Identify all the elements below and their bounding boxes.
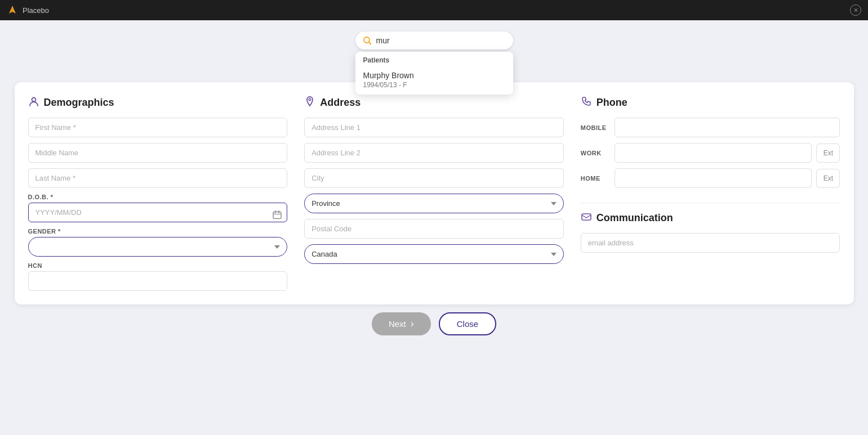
next-icon: › <box>411 318 414 330</box>
work-row: WORK Ext <box>581 143 840 163</box>
communication-section: Communication <box>581 211 840 253</box>
next-label: Next <box>389 319 406 329</box>
svg-point-3 <box>32 98 35 102</box>
search-icon <box>363 37 372 45</box>
communication-title: Communication <box>597 212 673 224</box>
search-input[interactable] <box>376 36 505 45</box>
address-line1-input[interactable] <box>304 118 564 137</box>
hcn-label: HCN <box>28 262 288 269</box>
address-column: Address Province AB BC ON QC Canada USA <box>304 96 564 291</box>
city-input[interactable] <box>304 168 564 188</box>
right-column: Phone MOBILE WORK Ext HOME Ext <box>581 96 840 291</box>
demographics-title: Demographics <box>44 97 114 109</box>
address-line2-input[interactable] <box>304 143 564 163</box>
home-ext-button[interactable]: Ext <box>816 169 840 188</box>
home-label: HOME <box>581 175 610 182</box>
search-dropdown: Patients Murphy Brown 1994/05/13 - F <box>355 52 513 95</box>
gender-label: GENDER * <box>28 228 288 235</box>
phone-header: Phone <box>581 96 840 110</box>
mobile-label: MOBILE <box>581 124 610 131</box>
svg-marker-0 <box>9 6 16 14</box>
app-name: Placebo <box>23 6 49 15</box>
form-card: Demographics D.O.B. * GENDER * M <box>15 82 854 304</box>
mobile-row: MOBILE <box>581 118 840 137</box>
search-result-item[interactable]: Murphy Brown 1994/05/13 - F <box>355 66 513 95</box>
work-label: WORK <box>581 150 610 156</box>
dob-label: D.O.B. * <box>28 194 288 200</box>
dropdown-section-header: Patients <box>355 52 513 66</box>
first-name-input[interactable] <box>28 118 288 137</box>
buttons-row: Next › Close <box>372 312 496 338</box>
mobile-input[interactable] <box>615 118 840 137</box>
app-logo-icon <box>7 5 18 16</box>
phone-icon <box>581 96 592 110</box>
svg-rect-6 <box>582 214 591 220</box>
work-input[interactable] <box>615 143 812 163</box>
address-icon <box>304 96 315 110</box>
dob-wrapper <box>28 203 288 228</box>
hcn-input[interactable] <box>28 271 288 291</box>
country-select[interactable]: Canada USA <box>304 244 564 264</box>
search-container: Patients Murphy Brown 1994/05/13 - F <box>355 32 513 50</box>
titlebar: Placebo ✕ <box>0 0 868 20</box>
demographics-header: Demographics <box>28 96 288 110</box>
search-input-wrapper <box>355 32 513 50</box>
email-input[interactable] <box>581 233 840 253</box>
province-select[interactable]: Province AB BC ON QC <box>304 194 564 213</box>
postal-code-input[interactable] <box>304 219 564 239</box>
dob-input[interactable] <box>28 203 288 222</box>
titlebar-left: Placebo <box>7 5 49 16</box>
window-close-button[interactable]: ✕ <box>850 5 861 16</box>
home-input[interactable] <box>615 168 812 188</box>
demographics-column: Demographics D.O.B. * GENDER * M <box>28 96 288 291</box>
phone-title: Phone <box>597 97 627 109</box>
next-button[interactable]: Next › <box>372 312 431 335</box>
search-result-sub: 1994/05/13 - F <box>363 81 505 89</box>
work-ext-button[interactable]: Ext <box>816 143 840 163</box>
close-button[interactable]: Close <box>439 312 496 335</box>
phone-section: Phone MOBILE WORK Ext HOME Ext <box>581 96 840 203</box>
main-area: Patients Murphy Brown 1994/05/13 - F Cre… <box>0 20 868 435</box>
middle-name-input[interactable] <box>28 143 288 163</box>
demographics-icon <box>28 96 39 110</box>
communication-header: Communication <box>581 211 840 225</box>
communication-icon <box>581 211 592 225</box>
search-result-name: Murphy Brown <box>363 71 505 80</box>
svg-point-5 <box>309 98 311 101</box>
last-name-input[interactable] <box>28 168 288 188</box>
gender-select[interactable]: M F Other <box>28 237 288 257</box>
home-row: HOME Ext <box>581 168 840 188</box>
svg-line-2 <box>369 42 371 44</box>
address-title: Address <box>320 97 360 109</box>
address-header: Address <box>304 96 564 110</box>
svg-point-1 <box>364 37 370 43</box>
